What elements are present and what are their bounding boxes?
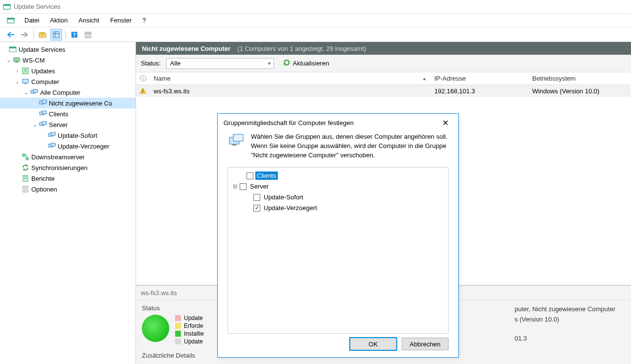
content-header: Nicht zugewiesene Computer (1 Computers … bbox=[136, 42, 631, 55]
chevron-down-icon: ▾ bbox=[268, 61, 270, 66]
detail-right-info: puter, Nicht zugewiesene Computer s (Ver… bbox=[515, 304, 625, 343]
navigation-tree[interactable]: Update Services ⌄ WS-CM › Updates ⌄ Comp… bbox=[0, 42, 136, 364]
col-os[interactable]: Betriebssystem bbox=[528, 75, 631, 82]
svg-rect-5 bbox=[53, 32, 59, 38]
group-update-verzoegert[interactable]: ✓ Update-Verzoegert bbox=[232, 203, 444, 214]
tree-computer[interactable]: ⌄ Computer bbox=[0, 76, 135, 87]
col-ip[interactable]: IP-Adresse bbox=[430, 75, 528, 82]
tree-updates[interactable]: › Updates bbox=[0, 65, 135, 76]
forward-button[interactable] bbox=[19, 29, 30, 41]
cell-name: ws-fs3.ws.its bbox=[150, 87, 430, 95]
svg-text:?: ? bbox=[73, 32, 76, 38]
close-icon[interactable]: ✕ bbox=[438, 116, 452, 129]
tree-clients[interactable]: Clients bbox=[0, 108, 135, 119]
expander-icon[interactable]: ⌄ bbox=[23, 89, 29, 96]
tree-allcomputers[interactable]: ⌄ Alle Computer bbox=[0, 87, 135, 98]
computer-group-icon bbox=[227, 132, 245, 150]
computers-icon bbox=[48, 142, 56, 150]
svg-rect-15 bbox=[9, 47, 16, 48]
refresh-label: Aktualisieren bbox=[293, 60, 329, 67]
dialog-group-tree[interactable]: Clients ⊟ Server Update-Sofort ✓ Update-… bbox=[227, 167, 449, 334]
svg-rect-26 bbox=[42, 111, 46, 114]
app-icon bbox=[3, 3, 11, 11]
group-clients-label: Clients bbox=[255, 171, 278, 180]
svg-rect-42 bbox=[142, 90, 143, 92]
expander-icon[interactable]: ⊟ bbox=[232, 183, 238, 190]
window-title: Update Services bbox=[14, 3, 60, 10]
warning-icon bbox=[136, 87, 150, 94]
tree-sync[interactable]: Synchronisierungen bbox=[0, 162, 135, 173]
svg-rect-24 bbox=[42, 100, 46, 103]
group-upddel-label: Update-Verzoegert bbox=[262, 204, 318, 212]
expander-icon[interactable]: ⌄ bbox=[14, 79, 21, 85]
options-icon bbox=[22, 185, 29, 193]
computers-icon bbox=[39, 110, 47, 118]
svg-rect-43 bbox=[142, 92, 143, 93]
svg-rect-3 bbox=[7, 18, 14, 20]
menu-action[interactable]: Aktion bbox=[45, 15, 72, 26]
status-dropdown[interactable]: Alle ▾ bbox=[166, 58, 274, 69]
expander-icon[interactable]: ⌄ bbox=[5, 57, 12, 64]
services-icon bbox=[9, 45, 17, 53]
tree-update-sofort[interactable]: Update-Sofort bbox=[0, 130, 135, 141]
status-value: Alle bbox=[170, 60, 180, 67]
svg-rect-32 bbox=[51, 143, 55, 146]
tree-unassigned-label: Nicht zugewiesene Co bbox=[49, 100, 112, 107]
tree-options[interactable]: Optionen bbox=[0, 184, 135, 194]
computers-icon bbox=[30, 88, 38, 96]
tree-srv-label: Server bbox=[49, 121, 68, 128]
svg-rect-28 bbox=[42, 122, 46, 125]
tree-update-verzoegert[interactable]: Update-Verzoeger bbox=[0, 141, 135, 151]
menu-bar: Datei Aktion Ansicht Fenster ? bbox=[0, 14, 631, 27]
list-body: ws-fs3.ws.its 192.168.101.3 Windows (Ver… bbox=[136, 85, 631, 97]
svg-rect-33 bbox=[23, 154, 25, 156]
folder-up-icon[interactable] bbox=[37, 29, 48, 41]
toolbar: ? bbox=[0, 27, 631, 42]
expander-icon[interactable]: ⌄ bbox=[31, 122, 38, 128]
dialog-description: Wählen Sie die Gruppen aus, denen dieser… bbox=[251, 132, 449, 160]
col-name[interactable]: Name ▲ bbox=[150, 75, 430, 82]
group-server-label: Server bbox=[248, 182, 270, 191]
svg-rect-20 bbox=[24, 83, 26, 84]
menu-help[interactable]: ? bbox=[137, 15, 151, 26]
computers-icon bbox=[39, 99, 47, 107]
svg-rect-19 bbox=[23, 79, 28, 83]
tree-downstream[interactable]: Downstreamserver bbox=[0, 151, 135, 162]
group-server[interactable]: ⊟ Server bbox=[232, 181, 444, 192]
svg-rect-17 bbox=[15, 62, 18, 63]
menu-file[interactable]: Datei bbox=[20, 15, 44, 26]
tree-root[interactable]: Update Services bbox=[0, 44, 135, 55]
reports-icon bbox=[22, 174, 29, 182]
view-details-icon[interactable] bbox=[50, 29, 62, 41]
checkbox-clients[interactable] bbox=[247, 172, 253, 179]
tree-server-group[interactable]: ⌄ Server bbox=[0, 119, 135, 130]
refresh-button[interactable]: Aktualisieren bbox=[283, 59, 329, 68]
cancel-button[interactable]: Abbrechen bbox=[402, 338, 449, 350]
tree-sync-label: Synchronisierungen bbox=[31, 164, 88, 171]
svg-rect-46 bbox=[232, 144, 236, 146]
tree-unassigned[interactable]: Nicht zugewiesene Co bbox=[0, 98, 135, 108]
tree-reports[interactable]: Berichte bbox=[0, 173, 135, 184]
menu-app-icon bbox=[7, 17, 15, 24]
back-button[interactable] bbox=[5, 29, 17, 41]
checkbox-server[interactable] bbox=[240, 183, 247, 190]
expander-icon[interactable]: › bbox=[14, 68, 21, 74]
cell-ip: 192.168.101.3 bbox=[430, 87, 528, 95]
info-column-icon[interactable]: ⓘ bbox=[136, 74, 150, 83]
calendar-icon[interactable] bbox=[82, 29, 94, 41]
checkbox-update-verzoegert[interactable]: ✓ bbox=[253, 205, 260, 212]
svg-rect-30 bbox=[51, 132, 55, 135]
group-update-sofort[interactable]: Update-Sofort bbox=[232, 192, 444, 203]
group-clients[interactable]: Clients bbox=[232, 171, 444, 181]
tree-server[interactable]: ⌄ WS-CM bbox=[0, 55, 135, 65]
checkbox-update-sofort[interactable] bbox=[253, 194, 260, 201]
sort-asc-icon: ▲ bbox=[422, 76, 427, 81]
table-row[interactable]: ws-fs3.ws.its 192.168.101.3 Windows (Ver… bbox=[136, 85, 631, 97]
menu-view[interactable]: Ansicht bbox=[74, 15, 105, 26]
computer-icon bbox=[22, 78, 29, 86]
window-title-bar: Update Services bbox=[0, 0, 631, 14]
help-icon[interactable]: ? bbox=[68, 29, 80, 41]
group-membership-dialog: Gruppenmitgliedschaft für Computer festl… bbox=[217, 113, 459, 358]
ok-button[interactable]: OK bbox=[350, 338, 397, 350]
menu-window[interactable]: Fenster bbox=[105, 15, 136, 26]
